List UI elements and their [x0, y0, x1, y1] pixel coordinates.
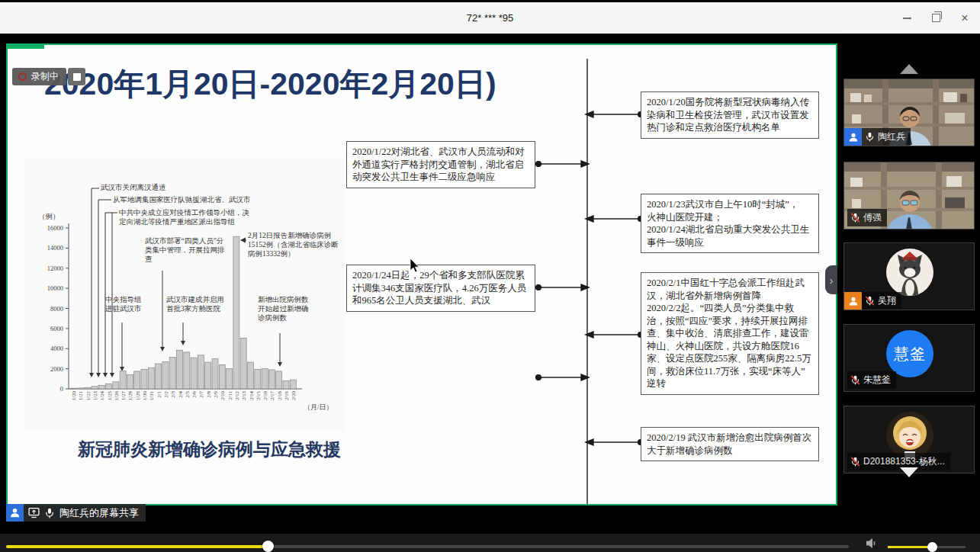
svg-text:1/21: 1/21 [78, 391, 83, 400]
avatar: 慧釜 [886, 330, 933, 377]
svg-text:1/24: 1/24 [99, 390, 104, 400]
participant-tile[interactable]: 慧釜 朱慧釜 [843, 324, 975, 392]
svg-text:（例）: （例） [38, 213, 60, 220]
participant-name: D201881353-杨秋... [863, 455, 945, 468]
chart-annotation: 中央指导组进驻武汉市 [105, 295, 145, 313]
svg-text:2/12: 2/12 [234, 390, 239, 400]
progress-fill [6, 545, 268, 548]
participant-tile[interactable]: D201881353-杨秋... [843, 406, 975, 473]
participant-tile[interactable]: 傅强 [843, 162, 975, 229]
svg-text:1/22: 1/22 [85, 390, 91, 400]
scroll-down-arrow[interactable] [900, 467, 918, 477]
avatar [886, 249, 933, 296]
meeting-window: 72* *** *95 × 录制中 2020年1月20日-2020年2月20日)… [0, 0, 980, 552]
close-button[interactable]: × [959, 12, 971, 24]
svg-text:2/1: 2/1 [156, 391, 162, 398]
event-box: 2020/1/20国务院将新型冠状病毒纳入传染病和卫生检疫法管理，武汉市设置发热… [641, 91, 819, 139]
screen-share-icon [28, 507, 40, 518]
chart-annotation: 新增出院病例数开始超过新增确诊病例数 [258, 295, 311, 323]
svg-text:2/7: 2/7 [198, 390, 204, 397]
chart-annotation: 从军地调集国家医疗队驰援湖北省、武汉市 [113, 195, 251, 204]
stop-recording-button[interactable] [68, 68, 85, 85]
scroll-up-arrow[interactable] [900, 64, 918, 74]
mouse-cursor [410, 258, 420, 274]
svg-text:1/31: 1/31 [149, 391, 154, 400]
microphone-icon [865, 132, 875, 142]
presenter-icon [6, 504, 24, 522]
svg-text:2/18: 2/18 [277, 390, 282, 400]
chart-caption: 新冠肺炎新增确诊病例与应急救援 [78, 438, 341, 461]
event-box: 2020/1/24日起，29个省和多支部队医院累计调集346支国家医疗队，4.2… [346, 265, 535, 312]
volume-slider[interactable] [888, 546, 966, 548]
microphone-muted-icon [850, 457, 860, 467]
svg-text:（月/日）: （月/日） [304, 403, 333, 411]
participant-tile[interactable]: 陶红兵 [843, 79, 975, 146]
svg-text:1/23: 1/23 [92, 390, 98, 400]
sidebar-collapse-tab[interactable]: › [825, 265, 837, 294]
svg-text:2/2: 2/2 [163, 390, 169, 397]
avatar-initials: 慧釜 [894, 344, 926, 364]
event-box: 2020/1/22对湖北省、武汉市人员流动和对外通道实行严格封闭交通管制，湖北省… [346, 141, 535, 188]
svg-text:10000: 10000 [47, 284, 63, 292]
presenter-icon [844, 128, 862, 146]
chart-annotation: 中共中央成立应对疫情工作领导小组，决定向湖北等疫情严重地区派出指导组 [119, 208, 252, 226]
participant-tile[interactable]: 吴翔 [843, 242, 975, 310]
player-bar [0, 534, 980, 552]
svg-text:1/25: 1/25 [107, 390, 112, 400]
svg-text:1/30: 1/30 [142, 390, 147, 400]
slide-title: 2020年1月20日-2020年2月20日) [44, 63, 496, 105]
recording-dot-icon [18, 72, 27, 81]
volume-thumb[interactable] [927, 542, 937, 552]
microphone-icon [44, 508, 55, 518]
svg-text:1/28: 1/28 [127, 390, 133, 400]
event-box: 2020/2/19 武汉市新增治愈出院病例首次大于新增确诊病例数 [641, 427, 819, 461]
progress-thumb[interactable] [262, 541, 274, 552]
participants-sidebar: 陶红兵 [842, 34, 980, 534]
screen-share-region: 录制中 2020年1月20日-2020年2月20日) 0200040006000… [6, 43, 837, 505]
svg-text:1/29: 1/29 [135, 390, 140, 400]
recording-badge: 录制中 [12, 68, 66, 85]
svg-text:2/9: 2/9 [213, 390, 218, 397]
svg-text:12000: 12000 [47, 265, 63, 272]
window-titlebar: 72* *** *95 × [0, 2, 980, 34]
svg-text:2/17: 2/17 [269, 390, 275, 400]
progress-slider[interactable] [6, 545, 849, 548]
microphone-muted-icon [850, 375, 860, 385]
anime-avatar-icon [886, 412, 933, 459]
event-box: 2020/1/23武汉市自上午10时“封城”， 火神山医院开建； 2020/1/… [641, 194, 819, 253]
svg-text:2/8: 2/8 [206, 390, 211, 397]
chart-annotation: 武汉市部署“四类人员”分类集中管理，开展拉网排查 [145, 236, 227, 264]
svg-text:1/26: 1/26 [114, 390, 119, 400]
svg-text:2000: 2000 [50, 365, 63, 373]
chart-annotation: 2月12日报告新增确诊病例15152例（含湖北省临床诊断病例13332例） [248, 231, 343, 258]
event-box: 2020/2/1中国红十字总会派工作组赴武汉，湖北省外新增病例首降 2020/2… [641, 272, 819, 395]
svg-text:4000: 4000 [50, 345, 63, 352]
recording-label: 录制中 [31, 70, 59, 83]
svg-text:2/16: 2/16 [262, 390, 268, 400]
speaker-icon[interactable] [866, 538, 881, 549]
minimize-button[interactable] [901, 12, 913, 24]
svg-text:2/10: 2/10 [220, 390, 225, 400]
svg-text:2/11: 2/11 [227, 391, 233, 400]
chart-annotation: 武汉市关闭离汉通道 [101, 183, 166, 192]
svg-text:8000: 8000 [50, 305, 63, 313]
svg-text:14000: 14000 [47, 244, 63, 252]
svg-text:2/6: 2/6 [191, 390, 197, 397]
participant-name: 陶红兵 [878, 130, 905, 143]
svg-text:16000: 16000 [47, 224, 63, 232]
svg-text:2/15: 2/15 [255, 390, 261, 400]
restore-button[interactable] [930, 12, 942, 24]
participant-name: 傅强 [863, 211, 882, 224]
svg-text:1/20: 1/20 [71, 390, 76, 400]
svg-text:2/19: 2/19 [284, 390, 289, 400]
svg-text:1/27: 1/27 [120, 390, 126, 400]
svg-text:6000: 6000 [50, 325, 63, 332]
volume-fill [888, 546, 932, 548]
svg-text:2/20: 2/20 [291, 390, 296, 400]
participant-name: 吴翔 [878, 294, 896, 307]
stop-icon [73, 73, 81, 81]
svg-text:2/14: 2/14 [249, 390, 254, 400]
share-banner: 陶红兵的屏幕共享 [6, 504, 146, 522]
microphone-muted-icon [865, 296, 875, 306]
microphone-muted-icon [850, 213, 860, 223]
